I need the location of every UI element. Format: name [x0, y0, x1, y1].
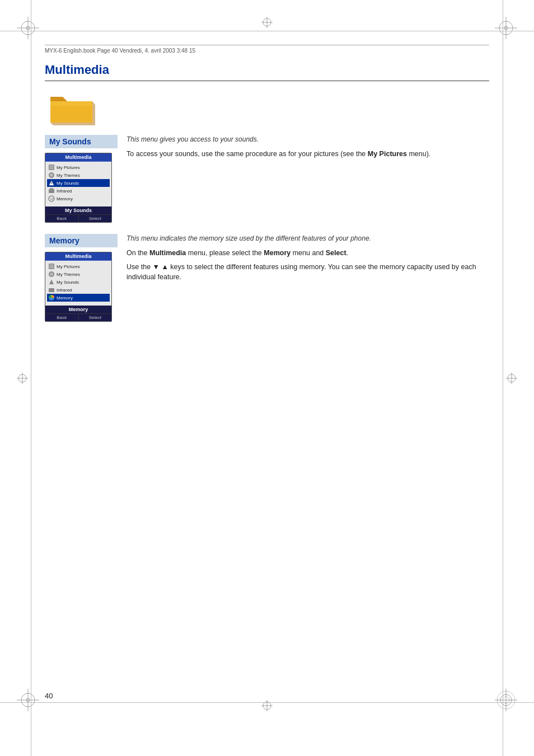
svg-rect-44: [49, 264, 54, 269]
phone-icon-4: [48, 187, 55, 194]
memory-phone-row-3: My Sounds: [47, 278, 110, 286]
my-sounds-body: To access your sounds, use the same proc…: [127, 149, 489, 159]
memory-phone-icon-3: [48, 279, 55, 285]
memory-phone-icon-2: [48, 271, 55, 278]
my-sounds-btn-back: Back: [45, 215, 79, 222]
memory-heading: Memory: [45, 234, 118, 247]
my-sounds-section: My Sounds Multimedia My Pictures: [45, 135, 489, 223]
top-rule: [0, 31, 534, 31]
phone-row-4: Infrared: [47, 187, 110, 195]
phone-icon-1: [48, 164, 55, 171]
my-sounds-btn-select: Select: [79, 215, 112, 222]
right-rule: [503, 0, 503, 756]
bottom-rule: [0, 702, 534, 703]
memory-phone-row-2: My Themes: [47, 270, 110, 278]
phone-row-2: My Themes: [47, 171, 110, 179]
mark-bottom-center: [261, 700, 273, 711]
memory-phone-icon-5: [48, 294, 55, 301]
my-sounds-phone-buttons: Back Select: [45, 214, 111, 222]
header-bar: MYX-6 English.book Page 40 Vendredi, 4. …: [45, 45, 489, 54]
memory-subtitle: This menu indicates the memory size used…: [127, 234, 489, 243]
phone-icon-5: M: [48, 195, 55, 202]
memory-phone-icon-4: [48, 287, 55, 293]
memory-phone-title: Multimedia: [45, 252, 111, 261]
memory-section: Memory Multimedia My Pictures: [45, 234, 489, 322]
page-content: MYX-6 English.book Page 40 Vendredi, 4. …: [45, 45, 489, 700]
memory-phone-row-1: My Pictures: [47, 262, 110, 270]
my-sounds-phone-screen: My Pictures My Themes: [45, 162, 111, 206]
phone-icon-2: [48, 172, 55, 179]
corner-mark-bl: [17, 689, 39, 711]
mark-top-center: [261, 17, 273, 28]
svg-point-36: [50, 173, 53, 177]
folder-area: [50, 89, 489, 127]
corner-mark-tl: [17, 17, 39, 39]
memory-phone-buttons: Back Select: [45, 313, 111, 321]
my-sounds-subtitle: This menu gives you access to your sound…: [127, 135, 489, 144]
side-mark-left: [17, 373, 28, 384]
memory-phone-row-5-selected: Memory: [47, 294, 110, 302]
phone-row-3-selected: My Sounds: [47, 179, 110, 187]
svg-rect-40: [50, 188, 53, 190]
svg-rect-39: [49, 189, 54, 193]
memory-phone: Multimedia My Pictures My Themes: [45, 252, 112, 322]
header-text: MYX-6 English.book Page 40 Vendredi, 4. …: [45, 48, 195, 54]
svg-rect-34: [49, 165, 54, 170]
my-sounds-phone-title: Multimedia: [45, 153, 111, 162]
svg-text:M: M: [50, 197, 54, 201]
side-mark-right: [506, 373, 517, 384]
memory-right: This menu indicates the memory size used…: [127, 234, 489, 283]
memory-phone-screen: My Pictures My Themes: [45, 261, 111, 306]
svg-rect-32: [50, 101, 92, 106]
folder-icon: [50, 89, 95, 125]
page-number: 40: [45, 692, 53, 700]
memory-left: Memory Multimedia My Pictures: [45, 234, 118, 322]
my-sounds-phone-label: My Sounds: [45, 206, 111, 214]
my-sounds-right: This menu gives you access to your sound…: [127, 135, 489, 159]
phone-row-1: My Pictures: [47, 163, 110, 171]
memory-phone-row-4: Infrared: [47, 286, 110, 294]
svg-point-46: [50, 273, 53, 276]
corner-mark-tr: [495, 17, 517, 39]
my-sounds-heading: My Sounds: [45, 135, 118, 148]
my-sounds-phone: Multimedia My Pictures My Themes: [45, 153, 112, 223]
memory-btn-select: Select: [79, 314, 112, 321]
svg-marker-47: [49, 280, 54, 284]
my-sounds-left: My Sounds Multimedia My Pictures: [45, 135, 118, 223]
phone-row-5: M Memory: [47, 195, 110, 203]
svg-rect-48: [49, 288, 54, 292]
left-rule: [31, 0, 31, 756]
memory-body: On the Multimedia menu, please select th…: [127, 248, 489, 283]
corner-mark-br: [495, 689, 517, 711]
memory-phone-icon-1: [48, 263, 55, 270]
memory-btn-back: Back: [45, 314, 79, 321]
page-title: Multimedia: [45, 63, 489, 81]
phone-icon-3: [48, 180, 55, 186]
memory-phone-label: Memory: [45, 306, 111, 313]
